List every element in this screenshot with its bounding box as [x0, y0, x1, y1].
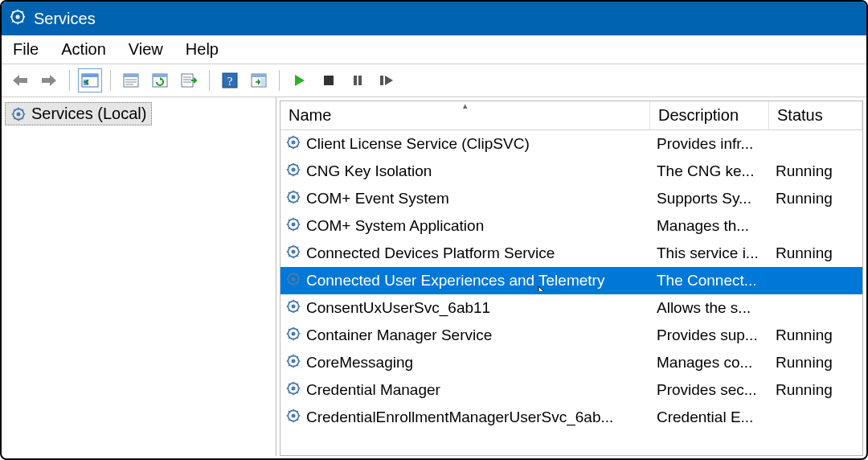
svg-line-109 [289, 302, 290, 303]
service-gear-icon [285, 216, 301, 236]
svg-line-41 [14, 117, 15, 119]
service-status-cell: Running [769, 162, 862, 180]
svg-point-1 [16, 14, 20, 18]
toolbar-separator [110, 70, 111, 91]
column-status-label: Status [777, 106, 823, 124]
service-row[interactable]: Connected User Experiences and Telemetry… [280, 267, 862, 294]
show-hide-action-pane-button[interactable] [247, 68, 271, 92]
service-name-cell: COM+ System Application [280, 216, 650, 236]
service-name-label: Connected User Experiences and Telemetry [306, 272, 604, 290]
service-name-cell: Container Manager Service [280, 326, 650, 346]
svg-line-112 [297, 302, 298, 303]
toolbar-separator [69, 70, 70, 91]
help-button[interactable]: ? [218, 68, 242, 92]
svg-rect-32 [380, 76, 383, 85]
svg-line-42 [22, 109, 23, 111]
svg-rect-14 [124, 74, 138, 77]
tree-root-services-local[interactable]: Services (Local) [5, 102, 152, 125]
svg-line-51 [289, 146, 290, 147]
svg-line-61 [289, 173, 290, 175]
service-name-label: COM+ Event System [306, 190, 449, 207]
show-hide-tree-button[interactable] [78, 68, 102, 92]
properties-button[interactable] [119, 68, 143, 92]
service-row[interactable]: Credential ManagerProvides sec...Running [280, 376, 862, 404]
restart-service-button[interactable] [375, 68, 399, 92]
window-title: Services [34, 10, 96, 28]
sort-indicator-icon: ▴ [463, 101, 468, 111]
svg-point-104 [292, 304, 296, 308]
service-name-label: Container Manager Service [306, 327, 492, 344]
menu-view[interactable]: View [129, 40, 163, 59]
service-gear-icon [285, 244, 301, 264]
menu-file[interactable]: File [13, 40, 39, 59]
svg-line-130 [297, 364, 298, 366]
service-row[interactable]: COM+ Event SystemSupports Sy...Running [280, 185, 862, 212]
svg-line-49 [289, 138, 290, 139]
service-row[interactable]: CoreMessagingManages co...Running [280, 349, 862, 376]
toolbar: ? [2, 64, 866, 97]
service-name-cell: Client License Service (ClipSVC) [280, 134, 650, 154]
service-description-cell: Supports Sy... [650, 190, 769, 207]
menu-help[interactable]: Help [186, 40, 219, 59]
svg-line-102 [297, 274, 298, 276]
toolbar-separator [209, 70, 210, 91]
refresh-button[interactable] [148, 68, 172, 92]
column-header-name[interactable]: ▴ Name [280, 101, 650, 129]
svg-point-54 [292, 167, 296, 171]
list-pane: ▴ Name Description Status Client License… [280, 101, 863, 456]
back-button[interactable] [8, 68, 32, 92]
tree-pane: Services (Local) [2, 97, 276, 456]
svg-rect-20 [182, 74, 193, 87]
column-header-status[interactable]: Status [769, 101, 862, 129]
service-name-cell: CredentialEnrollmentManagerUserSvc_6ab..… [280, 408, 650, 428]
service-name-cell: CoreMessaging [280, 353, 650, 373]
service-gear-icon [285, 326, 301, 346]
svg-line-139 [289, 384, 290, 385]
service-gear-icon [285, 271, 301, 291]
svg-rect-31 [358, 76, 362, 85]
service-row[interactable]: ConsentUxUserSvc_6ab11Allows the s... [280, 294, 862, 322]
service-rows: Client License Service (ClipSVC)Provides… [280, 130, 862, 455]
svg-line-110 [297, 310, 298, 311]
svg-line-60 [297, 173, 298, 175]
pause-service-button[interactable] [346, 68, 370, 92]
svg-line-9 [22, 11, 23, 13]
svg-text:?: ? [227, 75, 233, 88]
service-row[interactable]: COM+ System ApplicationManages th... [280, 212, 862, 240]
service-gear-icon [285, 380, 301, 400]
svg-line-69 [289, 192, 290, 194]
svg-point-44 [292, 140, 296, 144]
svg-line-140 [297, 392, 298, 393]
service-name-label: CoreMessaging [306, 354, 413, 372]
svg-line-39 [14, 109, 15, 111]
service-name-cell: COM+ Event System [280, 189, 650, 209]
service-row[interactable]: CredentialEnrollmentManagerUserSvc_6ab..… [280, 404, 862, 431]
column-header-description[interactable]: Description [650, 101, 769, 129]
service-name-cell: Connected Devices Platform Service [280, 244, 650, 264]
svg-line-149 [289, 411, 290, 413]
stop-service-button[interactable] [317, 68, 341, 92]
forward-button[interactable] [37, 68, 61, 92]
menu-action[interactable]: Action [61, 40, 106, 59]
svg-line-8 [12, 21, 14, 23]
svg-line-100 [297, 282, 298, 284]
svg-rect-11 [82, 74, 98, 77]
svg-line-80 [297, 228, 298, 229]
service-name-cell: Connected User Experiences and Telemetry [280, 271, 650, 291]
svg-line-79 [289, 220, 290, 221]
service-row[interactable]: Client License Service (ClipSVC)Provides… [280, 130, 862, 158]
service-status-cell: Running [769, 327, 862, 344]
service-row[interactable]: Connected Devices Platform ServiceThis s… [280, 240, 862, 267]
service-row[interactable]: CNG Key IsolationThe CNG ke...Running [280, 158, 862, 185]
svg-line-7 [22, 21, 23, 23]
svg-line-121 [289, 337, 290, 339]
body: Services (Local) ▴ Name Description Stat… [2, 97, 866, 456]
service-name-label: Connected Devices Platform Service [306, 244, 555, 262]
service-status-cell: Running [769, 381, 862, 399]
svg-line-152 [297, 411, 298, 413]
service-row[interactable]: Container Manager ServiceProvides sup...… [280, 322, 862, 349]
svg-line-151 [289, 419, 290, 421]
service-name-cell: ConsentUxUserSvc_6ab11 [280, 298, 650, 318]
export-list-button[interactable] [177, 68, 201, 92]
start-service-button[interactable] [288, 68, 312, 92]
